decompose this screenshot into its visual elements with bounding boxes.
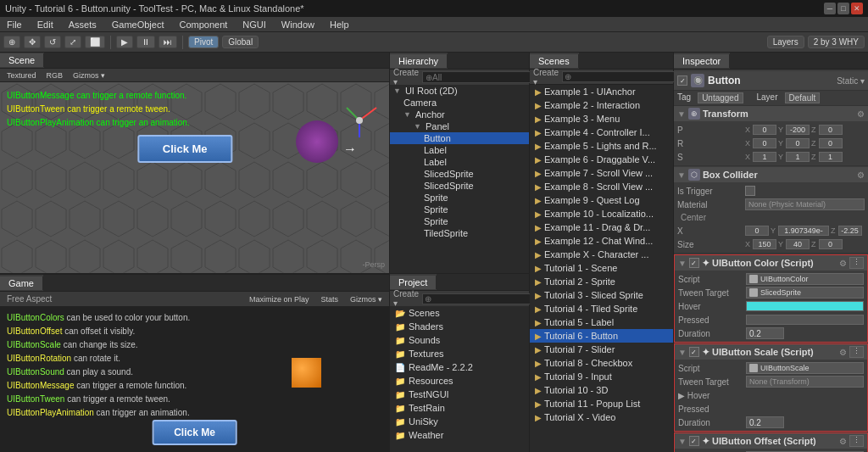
scene-item-tut7[interactable]: ▶Tutorial 7 - Slider [530, 343, 673, 356]
is-trigger-checkbox[interactable] [745, 186, 755, 196]
layers-dropdown[interactable]: Layers [767, 36, 804, 48]
object-name-field[interactable]: Button [708, 75, 833, 86]
tab-inspector[interactable]: Inspector [674, 54, 730, 68]
scene-item-example1[interactable]: ▶Example 1 - UIAnchor [530, 85, 673, 98]
transform-header[interactable]: ▼ ⊕ Transform ⚙ [674, 106, 868, 121]
maximize-play-btn[interactable]: Maximize on Play [246, 295, 313, 304]
layer-value[interactable]: Default [785, 92, 821, 103]
hierarchy-item-tiledsprite[interactable]: TiledSprite [390, 227, 529, 239]
project-item-sounds[interactable]: 📁Sounds [390, 333, 529, 347]
hierarchy-item-slicedsprite1[interactable]: SlicedSprite [390, 168, 529, 180]
tab-game[interactable]: Game [0, 276, 43, 290]
aspect-dropdown[interactable]: Free Aspect [3, 294, 55, 304]
menu-help[interactable]: Help [326, 20, 353, 30]
uibuttoncolor-menu[interactable]: ⚙ [839, 259, 847, 268]
minimize-button[interactable]: ─ [824, 3, 836, 14]
scene-item-tut10[interactable]: ▶Tutorial 10 - 3D [530, 383, 673, 397]
pause-button[interactable]: ⏸ [136, 36, 155, 48]
uibuttonoffset-header[interactable]: ▼ ✓ ✦ UIButton Offset (Script) ⚙ ⋮ [675, 433, 867, 449]
project-item-shaders[interactable]: 📁Shaders [390, 320, 529, 333]
scene-item-tut2[interactable]: ▶Tutorial 2 - Sprite [530, 275, 673, 288]
size-z[interactable] [819, 239, 843, 249]
hierarchy-item-uiroot[interactable]: ▼UI Root (2D) [390, 85, 529, 97]
scenes-create-btn[interactable]: Create ▾ [533, 68, 559, 86]
active-checkbox[interactable]: ✓ [677, 75, 687, 86]
tab-hierarchy[interactable]: Hierarchy [390, 54, 448, 68]
menu-component[interactable]: Component [175, 20, 231, 30]
size-y[interactable] [786, 239, 810, 249]
scene-item-example9[interactable]: ▶Example 9 - Quest Log [530, 193, 673, 207]
box-collider-header[interactable]: ▼ ⬡ Box Collider ⚙ [674, 167, 868, 182]
scene-item-example6[interactable]: ▶Example 6 - Draggable V... [530, 153, 673, 166]
scenes-search[interactable] [562, 71, 675, 82]
uibuttonoffset-extra[interactable]: ⋮ [849, 435, 864, 447]
gizmos-btn[interactable]: Gizmos ▾ [70, 71, 108, 80]
scene-item-exampleX[interactable]: ▶Example X - Character ... [530, 248, 673, 261]
project-item-resources[interactable]: 📁Resources [390, 374, 529, 388]
project-create-btn[interactable]: Create ▾ [393, 289, 419, 308]
uibuttonoffset-enabled[interactable]: ✓ [689, 436, 699, 446]
uibuttonoffset-menu[interactable]: ⚙ [839, 437, 847, 446]
transform-menu[interactable]: ⚙ [857, 109, 865, 119]
center-z[interactable] [838, 226, 862, 236]
material-field[interactable]: None (Physic Material) [745, 198, 865, 210]
rgb-btn[interactable]: RGB [43, 71, 67, 80]
project-item-textures[interactable]: 📁Textures [390, 347, 529, 360]
hierarchy-item-label2[interactable]: Label [390, 156, 529, 168]
menu-assets[interactable]: Assets [65, 20, 100, 30]
color-script-field[interactable]: UIButtonColor [746, 273, 864, 285]
menu-gameobject[interactable]: GameObject [108, 20, 168, 30]
hierarchy-item-camera[interactable]: Camera [390, 97, 529, 109]
scene-item-tut5[interactable]: ▶Tutorial 5 - Label [530, 315, 673, 329]
project-item-unisky[interactable]: 📁UniSky [390, 415, 529, 428]
hierarchy-item-anchor[interactable]: ▼Anchor [390, 109, 529, 120]
menu-file[interactable]: File [3, 20, 25, 30]
scale-tween-field[interactable]: None (Transform) [746, 376, 864, 388]
color-tween-field[interactable]: SlicedSprite [746, 287, 864, 299]
scene-item-example8[interactable]: ▶Example 8 - Scroll View ... [530, 180, 673, 193]
scale-script-field[interactable]: UIButtonScale [746, 362, 864, 374]
textured-btn[interactable]: Textured [3, 71, 40, 80]
maximize-button[interactable]: □ [837, 3, 849, 14]
tab-project[interactable]: Project [390, 276, 437, 289]
size-x[interactable] [753, 239, 776, 249]
game-gizmos-btn[interactable]: Gizmos ▾ [347, 295, 386, 304]
scene-item-example7[interactable]: ▶Example 7 - Scroll View ... [530, 166, 673, 180]
scene-item-example10[interactable]: ▶Example 10 - Localizatio... [530, 207, 673, 220]
uibuttoncolor-enabled[interactable]: ✓ [689, 258, 699, 268]
menu-edit[interactable]: Edit [34, 20, 57, 30]
scene-item-tut4[interactable]: ▶Tutorial 4 - Tiled Sprite [530, 302, 673, 315]
rot-y[interactable] [786, 138, 810, 148]
center-y[interactable] [778, 226, 829, 236]
scene-click-me-button[interactable]: Click Me [137, 135, 233, 163]
uibuttoncolor-extra[interactable]: ⋮ [849, 257, 864, 269]
close-button[interactable]: ✕ [851, 3, 863, 14]
tab-scenes-list[interactable]: Scenes [530, 54, 579, 68]
box-collider-menu[interactable]: ⚙ [857, 170, 865, 180]
static-label[interactable]: Static ▾ [837, 76, 865, 86]
toolbar-move-btn[interactable]: ✥ [24, 36, 41, 48]
global-button[interactable]: Global [222, 36, 259, 48]
scene-item-tut11[interactable]: ▶Tutorial 11 - Popup List [530, 397, 673, 410]
hierarchy-item-button[interactable]: Button [390, 132, 529, 144]
tag-value[interactable]: Untagged [698, 92, 743, 103]
scene-item-example2[interactable]: ▶Example 2 - Interaction [530, 98, 673, 112]
layout-dropdown[interactable]: 2 by 3 WHY [808, 36, 865, 48]
pos-y[interactable] [786, 125, 810, 135]
scene-item-tut8[interactable]: ▶Tutorial 8 - Checkbox [530, 356, 673, 370]
scene-item-tut1[interactable]: ▶Tutorial 1 - Scene [530, 261, 673, 275]
scale-z[interactable] [819, 152, 843, 162]
pivot-button[interactable]: Pivot [188, 36, 219, 48]
step-button[interactable]: ⏭ [159, 36, 177, 48]
pos-x[interactable] [753, 125, 776, 135]
menu-window[interactable]: Window [278, 20, 318, 30]
tab-scene[interactable]: Scene [0, 53, 44, 67]
toolbar-scale-btn[interactable]: ⤢ [64, 36, 81, 48]
hierarchy-item-sprite3[interactable]: Sprite [390, 215, 529, 227]
rot-x[interactable] [753, 138, 776, 148]
scene-item-example12[interactable]: ▶Example 12 - Chat Wind... [530, 234, 673, 248]
project-item-testngui[interactable]: 📁TestNGUI [390, 388, 529, 401]
project-search[interactable] [422, 293, 535, 304]
toolbar-unity-btn[interactable]: ⊕ [3, 36, 20, 48]
game-click-me-button[interactable]: Click Me [152, 420, 237, 445]
